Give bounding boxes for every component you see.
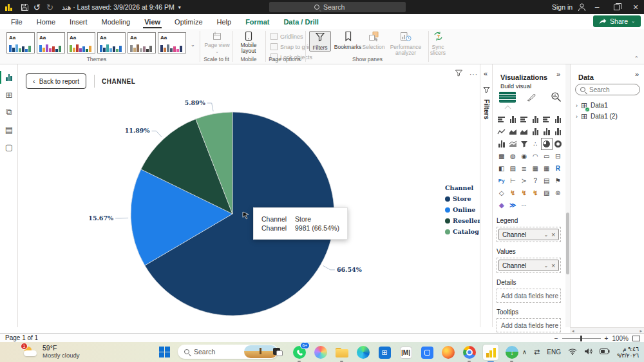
mobile-layout-button[interactable]: Mobile layout	[234, 31, 263, 54]
clustered-column-chart-icon[interactable]	[530, 113, 542, 126]
100-stacked-column-chart-icon[interactable]	[553, 113, 564, 126]
fit-to-page-icon[interactable]	[632, 336, 640, 341]
data-table-item[interactable]: ›⊞✓Data1	[576, 102, 644, 109]
kpi-icon[interactable]: ◧	[496, 162, 507, 175]
messages-app-taskbar-icon[interactable]	[419, 345, 435, 360]
expand-filters-icon[interactable]: «	[484, 70, 488, 77]
weather-widget[interactable]: 1 59°FMostly cloudy	[23, 344, 80, 359]
arcgis-map-icon[interactable]: ⊚	[553, 187, 564, 199]
start-button[interactable]	[159, 347, 170, 357]
last-saved-label[interactable]: هند · Last saved: 3/9/2026 at 9:46 PM▾	[62, 0, 181, 14]
chrome-taskbar-icon[interactable]	[462, 345, 477, 360]
tab-data-drill[interactable]: Data / Drill	[276, 14, 325, 29]
microsoft-store-taskbar-icon[interactable]: ⊞	[377, 345, 392, 360]
zoom-in-icon[interactable]: +	[605, 335, 609, 342]
taskbar-search-box[interactable]: Search	[178, 345, 278, 359]
battery-icon[interactable]	[600, 348, 610, 356]
power-automate-icon[interactable]: ≫	[507, 199, 519, 211]
data-search-input[interactable]	[589, 86, 634, 93]
tab-file[interactable]: File	[4, 14, 30, 29]
bookmarks-button[interactable]: Bookmarks	[334, 31, 361, 50]
visualizations-scrollbar[interactable]	[565, 64, 570, 327]
zoom-slider[interactable]	[562, 338, 601, 339]
field-well[interactable]: Channel⌄×	[497, 258, 561, 273]
legend-item-catalog[interactable]: Catalog	[445, 228, 481, 235]
close-button[interactable]: ×	[626, 0, 644, 14]
page-view-button[interactable]: Page view ⌄	[204, 31, 231, 55]
analytics-tab[interactable]	[551, 91, 562, 105]
restore-button[interactable]	[607, 0, 626, 14]
empty-field-well[interactable]: Add data fields here	[497, 318, 561, 332]
filled-map-icon[interactable]: ◉	[518, 150, 530, 162]
empty-field-well[interactable]: Add data fields here	[497, 289, 561, 303]
minimize-button[interactable]: –	[587, 0, 607, 14]
funnel-chart-icon[interactable]	[518, 138, 530, 150]
file-explorer-taskbar-icon[interactable]	[334, 345, 350, 360]
custom-visual-diamond-icon[interactable]: ◈	[496, 199, 507, 211]
smart-narrative-icon[interactable]: ≣	[518, 162, 530, 175]
ribbon-chart-icon[interactable]	[553, 126, 564, 138]
pie-chart-icon[interactable]	[541, 138, 553, 150]
theme-thumbnail[interactable]: Aa	[128, 32, 156, 53]
data-table-item[interactable]: ›⊞Data1 (2)	[576, 113, 644, 120]
matrix-icon[interactable]: ▦	[541, 162, 553, 175]
python-visual-icon[interactable]: Py	[496, 175, 507, 187]
format-visual-tab[interactable]	[526, 91, 537, 105]
image-visual-icon[interactable]: ▨	[541, 187, 553, 199]
themes-gallery-expand-icon[interactable]: ⌄	[191, 42, 195, 48]
account-icon[interactable]	[577, 0, 587, 14]
dax-query-view-button[interactable]: ▤	[0, 122, 18, 137]
gauge-icon[interactable]: ◠	[530, 150, 542, 162]
theme-thumbnail[interactable]: Aa	[37, 32, 65, 53]
collapse-visualizations-icon[interactable]: »	[556, 70, 560, 78]
line-chart-icon[interactable]	[496, 126, 507, 138]
language-indicator[interactable]: ENG	[547, 348, 561, 356]
chevron-down-icon[interactable]: ⌄	[544, 263, 548, 269]
treemap-icon[interactable]: ▩	[496, 150, 507, 162]
expand-chevron-icon[interactable]: ›	[576, 113, 578, 120]
stacked-area-chart-icon[interactable]	[518, 126, 530, 138]
build-visual-tab[interactable]	[499, 91, 516, 105]
copilot-taskbar-icon[interactable]	[313, 345, 328, 360]
tab-home[interactable]: Home	[30, 14, 62, 29]
metrics-icon[interactable]: ⚑	[553, 175, 564, 187]
get-more-visuals-icon[interactable]: ···	[518, 199, 530, 211]
slicer-icon[interactable]: ▤	[507, 162, 519, 175]
theme-thumbnail[interactable]: Aa	[67, 32, 95, 53]
table-icon[interactable]: ▦	[530, 162, 542, 175]
scatter-chart-icon[interactable]: ∴	[530, 138, 542, 150]
legend-item-reseller[interactable]: Reseller	[445, 217, 481, 224]
gateway-2-icon[interactable]: ↯	[518, 187, 530, 199]
donut-chart-icon[interactable]	[553, 138, 564, 150]
field-pill[interactable]: Channel⌄×	[498, 229, 559, 240]
remove-field-icon[interactable]: ×	[551, 262, 555, 269]
chevron-down-icon[interactable]: ⌄	[544, 232, 548, 238]
stacked-bar-chart-icon[interactable]	[496, 113, 507, 126]
checkbox-gridlines[interactable]: Gridlines	[270, 33, 303, 40]
theme-thumbnail[interactable]: Aa	[97, 32, 126, 53]
tab-optimize[interactable]: Optimize	[167, 14, 209, 29]
qna-visual-icon[interactable]: ?	[530, 175, 542, 187]
tmdl-view-button[interactable]: ▢	[0, 139, 18, 155]
table-view-button[interactable]: ⊞	[0, 87, 18, 102]
card-new-icon[interactable]: ▭	[541, 150, 553, 162]
volume-icon[interactable]	[584, 348, 592, 356]
tab-format[interactable]: Format	[238, 14, 276, 29]
tab-help[interactable]: Help	[210, 14, 239, 29]
combo-chart-icon[interactable]	[507, 138, 519, 150]
remove-field-icon[interactable]: ×	[551, 231, 555, 238]
pie-chart[interactable]: 66.54%15.67%11.89%5.89%	[18, 64, 480, 327]
edge-taskbar-icon[interactable]	[355, 345, 371, 360]
hidden-icons-chevron[interactable]: ∧	[522, 348, 527, 356]
quick-settings-icon[interactable]: ⇄	[534, 348, 540, 356]
100-stacked-bar-chart-icon[interactable]	[541, 113, 553, 126]
power-apps-icon[interactable]: ◇	[496, 187, 507, 199]
collapse-data-icon[interactable]: »	[635, 70, 639, 78]
gateway-3-icon[interactable]: ↯	[530, 187, 542, 199]
m365-app-taskbar-icon[interactable]: |M|	[398, 345, 413, 360]
key-influencers-icon[interactable]: ⊢	[507, 175, 519, 187]
idm-taskbar-icon[interactable]: ↓	[504, 345, 520, 360]
panel-horizontal-scrollbar[interactable]: ◂▸	[570, 327, 644, 333]
data-search-box[interactable]	[575, 84, 640, 95]
whatsapp-taskbar-icon[interactable]: 6+	[292, 345, 307, 360]
